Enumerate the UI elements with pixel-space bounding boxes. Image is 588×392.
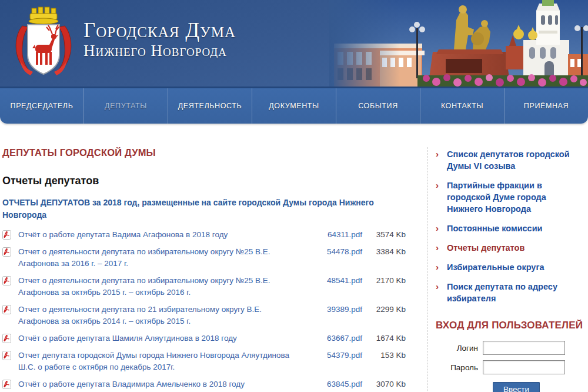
sidebar-link[interactable]: ›Список депутатов городской Думы VI созы… <box>436 148 584 172</box>
coat-of-arms-logo[interactable] <box>14 4 73 82</box>
reports-list: Отчёт о работе депутата Вадима Агафонова… <box>2 229 421 392</box>
report-pdf-link[interactable]: 63845.pdf <box>305 378 362 390</box>
sidebar-link[interactable]: ›Отчеты депутатов <box>436 242 584 254</box>
login-title: ВХОД ДЛЯ ПОЛЬЗОВАТЕЛЕЙ <box>436 320 584 331</box>
report-row: Отчёт о работе депутата Шамиля Аляутдино… <box>2 333 421 344</box>
report-pdf-link[interactable]: 54478.pdf <box>305 246 362 270</box>
sidebar-divider <box>427 147 428 392</box>
sidebar-link-label: Постоянные комиссии <box>447 222 543 234</box>
pdf-icon <box>2 334 11 343</box>
sidebar-link[interactable]: ›Партийные фракции в городской Думе горо… <box>436 180 584 215</box>
sidebar-link-label: Поиск депутата по адресу избирателя <box>447 281 584 304</box>
nav-item-deyatelnost[interactable]: ДЕЯТЕЛЬНОСТЬ <box>168 88 252 124</box>
sidebar-link[interactable]: ›Постоянные комиссии <box>436 222 584 234</box>
sidebar-link[interactable]: ›Поиск депутата по адресу избирателя <box>436 281 584 304</box>
sidebar-link[interactable]: ›Избирательные округа <box>436 261 584 273</box>
content-area: ДЕПУТАТЫ ГОРОДСКОЙ ДУМЫ Отчеты депутатов… <box>0 124 588 392</box>
nav-item-sobytiya[interactable]: СОБЫТИЯ <box>336 88 420 124</box>
nav-item-deputaty[interactable]: ДЕПУТАТЫ <box>83 88 168 124</box>
report-title-link[interactable]: Отчёт о работе депутата Вадима Агафонова… <box>18 229 300 241</box>
site-title-line1: Городская Дума <box>83 19 236 42</box>
report-title-link[interactable]: Отчет депутата городской Думы города Ниж… <box>18 350 300 373</box>
nav-item-predsedatel[interactable]: ПРЕДСЕДАТЕЛЬ <box>0 88 83 124</box>
subsection-title: ОТЧЕТЫ ДЕПУТАТОВ за 2018 год, размещенны… <box>2 197 408 221</box>
report-file-size: 3384 Kb <box>367 246 406 270</box>
login-box: ВХОД ДЛЯ ПОЛЬЗОВАТЕЛЕЙ Логин Пароль Ввес… <box>436 320 584 392</box>
main-nav: ПРЕДСЕДАТЕЛЬ ДЕПУТАТЫ ДЕЯТЕЛЬНОСТЬ ДОКУМ… <box>0 87 588 124</box>
site-title-line2: Нижнего Новгорода <box>83 42 236 59</box>
report-row: Отчет о деятельности депутата по избират… <box>2 275 421 298</box>
report-file-size: 2170 Kb <box>367 275 406 298</box>
report-pdf-link[interactable]: 48541.pdf <box>305 275 362 298</box>
sidebar-link-label: Партийные фракции в городской Думе город… <box>447 180 584 215</box>
report-pdf-link[interactable]: 54379.pdf <box>305 350 362 373</box>
sidebar-links: ›Список депутатов городской Думы VI созы… <box>436 148 584 304</box>
login-submit-button[interactable]: Ввести <box>493 382 540 392</box>
report-title-link[interactable]: Отчёт о работе депутата Шамиля Аляутдино… <box>18 333 300 344</box>
report-title-link[interactable]: Отчет о деятельности депутата по избират… <box>18 246 300 270</box>
report-row: Отчёт о работе депутата Вадима Агафонова… <box>2 229 421 241</box>
report-pdf-link[interactable]: 63667.pdf <box>305 333 362 344</box>
login-label: Логин <box>436 344 478 353</box>
report-row: Отчет о деятельности депутата по 21 изби… <box>2 304 421 327</box>
chevron-right-icon: › <box>436 242 447 254</box>
report-row: Отчет депутата городской Думы города Ниж… <box>2 350 421 373</box>
nav-item-kontakty[interactable]: КОНТАКТЫ <box>420 88 504 124</box>
sidebar-link-label: Список депутатов городской Думы VI созыв… <box>447 148 584 172</box>
main-column: ДЕПУТАТЫ ГОРОДСКОЙ ДУМЫ Отчеты депутатов… <box>2 147 421 392</box>
site-header: Городская Дума Нижнего Новгорода <box>0 0 588 87</box>
login-input[interactable] <box>483 341 565 355</box>
password-label: Пароль <box>436 363 478 372</box>
sidebar-link-label: Избирательные округа <box>447 261 544 273</box>
sidebar: ›Список депутатов городской Думы VI созы… <box>436 148 584 392</box>
report-title-link[interactable]: Отчёт о работе депутата Владимира Амельч… <box>18 378 300 390</box>
chevron-right-icon: › <box>436 281 447 304</box>
nav-item-priyomnaya[interactable]: ПРИЁМНАЯ <box>504 88 588 124</box>
page-title: ДЕПУТАТЫ ГОРОДСКОЙ ДУМЫ <box>2 147 421 158</box>
report-title-link[interactable]: Отчет о деятельности депутата по избират… <box>18 275 300 298</box>
pdf-icon <box>2 351 11 360</box>
chevron-right-icon: › <box>436 261 447 273</box>
report-title-link[interactable]: Отчет о деятельности депутата по 21 изби… <box>18 304 300 327</box>
report-file-size: 153 Kb <box>367 350 406 373</box>
report-pdf-link[interactable]: 64311.pdf <box>305 229 362 241</box>
section-title: Отчеты депутатов <box>2 175 421 187</box>
pdf-icon <box>2 247 11 257</box>
report-row: Отчет о деятельности депутата по избират… <box>2 246 421 270</box>
city-photo-collage <box>329 0 588 87</box>
nav-item-dokumenty[interactable]: ДОКУМЕНТЫ <box>252 88 336 124</box>
chevron-right-icon: › <box>436 222 447 234</box>
report-file-size: 2299 Kb <box>367 304 406 327</box>
report-row: Отчёт о работе депутата Владимира Амельч… <box>2 378 421 390</box>
site-title: Городская Дума Нижнего Новгорода <box>83 19 236 59</box>
pdf-icon <box>2 230 11 240</box>
coat-of-arms-icon <box>14 4 73 80</box>
chevron-right-icon: › <box>436 180 447 215</box>
password-input[interactable] <box>483 360 565 374</box>
sidebar-link-label: Отчеты депутатов <box>447 242 524 254</box>
pdf-icon <box>2 305 11 314</box>
chevron-right-icon: › <box>436 148 447 172</box>
report-file-size: 3070 Kb <box>367 378 406 390</box>
report-pdf-link[interactable]: 39389.pdf <box>305 304 362 327</box>
pdf-icon <box>2 380 11 389</box>
pdf-icon <box>2 276 11 285</box>
report-file-size: 3574 Kb <box>367 229 406 241</box>
report-file-size: 1674 Kb <box>367 333 406 344</box>
